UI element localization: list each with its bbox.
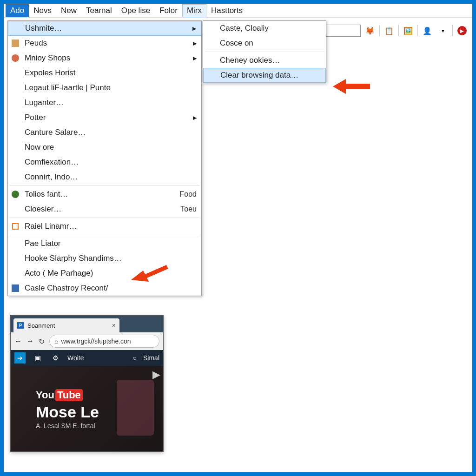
menu-item[interactable]: Tolios fant…Food [8,187,201,202]
callout-arrow-icon [333,77,370,96]
menu-shortcut: Toeu [180,205,197,213]
svg-marker-1 [131,265,168,282]
menu-item-label: Potter [25,113,46,122]
menu-item-label: Caste, Cloaliy [220,24,269,33]
menu-item-label: Luganter… [25,98,64,107]
menu-item[interactable]: Cheney ookies… [203,53,326,68]
submenu-arrow-icon: ▶ [193,115,197,121]
thumb-tab[interactable]: P Soanment × [13,318,119,332]
menu-novs[interactable]: Novs [29,4,56,17]
menu-item[interactable]: Clear browsing data… [203,68,326,83]
gear-icon[interactable]: ⚙ [50,352,61,364]
menu-tearnal[interactable]: Tearnal [81,4,117,17]
square-icon [11,222,20,231]
submenu-arrow-icon: ▶ [193,55,197,61]
toolbar-right: 🦊 📋 🖼️ 👤 ▼ ▶ [315,22,472,39]
firefox-icon[interactable]: 🦊 [364,24,377,37]
menu-item-label: Tolios fant… [25,190,68,199]
img-icon [11,39,20,48]
forward-icon[interactable]: → [26,337,34,345]
menu-item[interactable]: Potter▶ [8,110,201,125]
toolbar-label[interactable]: Woite [67,354,84,362]
menu-item[interactable]: Pae Liator [8,236,201,251]
favicon-icon: P [17,322,24,329]
menu-folor[interactable]: Folor [155,4,182,17]
menu-item[interactable]: Expoles Horist [8,66,201,80]
separator [10,235,199,235]
menu-item[interactable]: Raiel Linamr… [8,219,201,234]
dot-icon: ○ [133,354,137,362]
play-icon[interactable]: ▶ [456,24,469,37]
url-field[interactable]: ⌂ www.trgck//sluptshe.con [49,335,159,348]
menu-item[interactable]: Caste, Cloaliy [203,21,326,36]
menu-item[interactable]: Canture Salare… [8,125,201,140]
menu-item-label: Ushmite… [25,24,62,33]
reload-icon[interactable]: ↻ [39,337,45,346]
menu-new[interactable]: New [56,4,81,17]
menu-hasttorts[interactable]: Hasttorts [206,4,247,17]
menu-item-label: Now ore [25,143,54,152]
thumb-toolbar: ➔ ▣ ⚙ Woite ○ Simal [11,350,163,366]
menu-item-label: Cosce on [220,39,253,48]
image-icon[interactable]: 🖼️ [402,24,415,37]
arrow-icon[interactable]: ➔ [14,352,26,364]
url-text: www.trgck//sluptshe.con [61,337,131,345]
clipboard-icon[interactable]: 📋 [383,24,396,37]
menu-item-label: Connirt, Indo… [25,172,78,182]
person-image [117,380,154,436]
menu-item[interactable]: Acto ( Me Parhage) [8,266,201,281]
menu-item-label: Cheney ookies… [220,56,280,65]
submenu-arrow-icon: ▶ [192,26,196,32]
menu-opelise[interactable]: Ope lise [117,4,155,17]
menu-item-label: Canture Salare… [25,128,86,137]
menu-item[interactable]: Mnioy Shops▶ [8,51,201,66]
back-icon[interactable]: ← [14,337,22,345]
people-icon [11,53,20,63]
menu-item-label: Expoles Horist [25,68,76,78]
menu-item-label: Pae Liator [25,239,61,248]
menu-item[interactable]: Now ore [8,140,201,155]
user-icon[interactable]: 👤 [421,24,434,37]
menu-item[interactable]: Comfiexation… [8,155,201,170]
menubar: Ado Novs New Tearnal Ope lise Folor Mirx… [4,4,472,18]
menu-item[interactable]: Cloesier…Toeu [8,202,201,217]
menu-item[interactable]: Luganter… [8,95,201,110]
thumb-content: ▶ You Tube Mose Le A. Lesal SM E. fortal [11,366,163,452]
menu-item[interactable]: Connirt, Indo… [8,170,201,185]
menu-item[interactable]: Cosce on [203,36,326,51]
menu-item-label: Clear browsing data… [220,71,298,80]
menu-ado[interactable]: Ado [6,4,29,17]
menu-item-label: Cloesier… [25,205,61,214]
separator [10,218,199,218]
svg-marker-0 [333,79,370,94]
menu-item-label: Hooke Slarphy Shandims… [25,254,122,263]
menu-item-label: Comfiexation… [25,158,79,167]
separator [417,25,418,36]
close-icon[interactable]: × [112,322,116,329]
menu-item[interactable]: Casle Chastroy Recont/ [8,281,201,296]
separator [379,25,380,36]
chevron-down-icon[interactable]: ▼ [436,24,450,37]
menu-item[interactable]: Peuds▶ [8,36,201,51]
menu-mirx[interactable]: Mirx [182,4,206,17]
menu-item[interactable]: Ushmite…▶ [8,21,201,36]
thumb-tabbar: P Soanment × [11,316,163,332]
menu-shortcut: Food [180,190,197,198]
toolbar-label[interactable]: Simal [143,354,159,362]
browser-thumbnail: P Soanment × ← → ↻ ⌂ www.trgck//sluptshe… [10,315,164,452]
menu-item-label: Acto ( Me Parhage) [25,269,93,278]
separator [452,25,453,36]
panel-icon[interactable]: ▣ [32,352,43,364]
menu-item-label: Mnioy Shops [25,53,70,63]
submenu-arrow-icon: ▶ [193,40,197,46]
separator [205,52,324,52]
menu-item[interactable]: Hooke Slarphy Shandims… [8,251,201,266]
callout-arrow-icon [131,265,168,284]
tab-title: Soanment [27,322,55,329]
lock-icon: ⌂ [54,337,58,345]
play-icon[interactable]: ▶ [152,369,160,381]
menu-item[interactable]: Legaut liF-laartle | Punte [8,80,201,95]
win-icon [11,284,20,293]
separator [398,25,399,36]
menu-item-label: Raiel Linamr… [25,222,77,231]
